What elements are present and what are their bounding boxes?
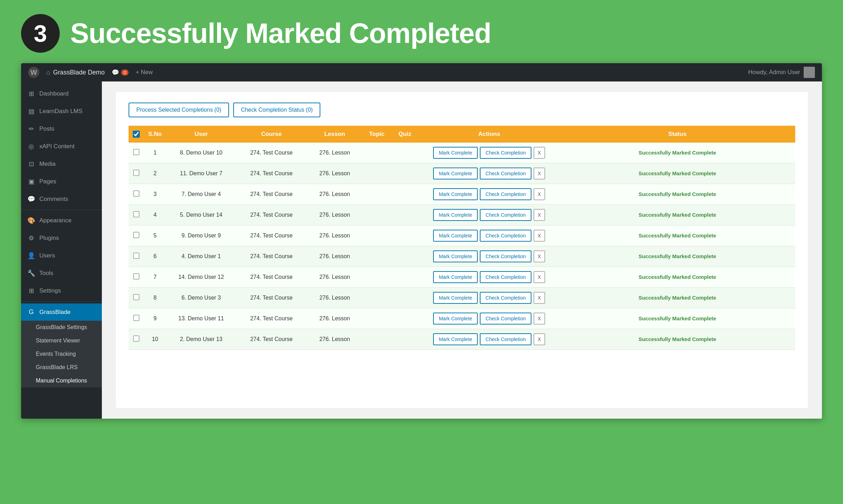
admin-avatar: [804, 67, 815, 78]
remove-button-4[interactable]: X: [534, 209, 545, 221]
submenu-manual-completions[interactable]: Manual Completions: [21, 374, 102, 387]
row-lesson-2: 276. Lesson: [307, 163, 363, 184]
sidebar-item-plugins[interactable]: ⚙ Plugins: [21, 229, 102, 247]
row-sno-6: 6: [144, 246, 166, 267]
remove-button-7[interactable]: X: [534, 271, 545, 283]
sidebar-item-grassblade[interactable]: G GrassBlade: [21, 303, 102, 321]
sidebar-item-comments[interactable]: 💬 Comments: [21, 190, 102, 208]
row-checkbox-cell: [129, 225, 144, 246]
sidebar-item-tools[interactable]: 🔧 Tools: [21, 264, 102, 282]
remove-button-6[interactable]: X: [534, 250, 545, 262]
remove-button-1[interactable]: X: [534, 147, 545, 159]
action-buttons-row: Process Selected Completions (0) Check C…: [129, 103, 795, 117]
remove-button-5[interactable]: X: [534, 230, 545, 242]
mark-complete-button-5[interactable]: Mark Complete: [433, 230, 478, 242]
process-completions-button[interactable]: Process Selected Completions (0): [129, 103, 229, 117]
row-status-3: Successfully Marked Complete: [560, 184, 795, 205]
row-quiz-1: [391, 143, 419, 163]
sidebar-item-appearance[interactable]: 🎨 Appearance: [21, 212, 102, 229]
table-row: 7 14. Demo User 12 274. Test Course 276.…: [129, 267, 795, 288]
row-topic-9: [363, 308, 391, 329]
check-completion-button-5[interactable]: Check Completion: [480, 230, 531, 242]
remove-button-2[interactable]: X: [534, 168, 545, 179]
remove-button-9[interactable]: X: [534, 313, 545, 325]
sidebar-item-dashboard[interactable]: ⊞ Dashboard: [21, 85, 102, 103]
check-completion-button-2[interactable]: Check Completion: [480, 168, 531, 179]
mark-complete-button-2[interactable]: Mark Complete: [433, 168, 478, 179]
mark-complete-button-1[interactable]: Mark Complete: [433, 147, 478, 159]
row-checkbox-10[interactable]: [133, 335, 139, 342]
row-lesson-5: 276. Lesson: [307, 225, 363, 246]
sidebar-item-learndash[interactable]: ▤ LearnDash LMS: [21, 103, 102, 120]
mark-complete-button-9[interactable]: Mark Complete: [433, 313, 478, 325]
sidebar-item-xapi[interactable]: ◎ xAPI Content: [21, 138, 102, 155]
row-actions-1: Mark Complete Check Completion X: [419, 143, 560, 163]
row-lesson-4: 276. Lesson: [307, 205, 363, 225]
remove-button-10[interactable]: X: [534, 333, 545, 345]
row-checkbox-cell: [129, 308, 144, 329]
check-completion-button-1[interactable]: Check Completion: [480, 147, 531, 159]
remove-button-8[interactable]: X: [534, 292, 545, 304]
row-checkbox-1[interactable]: [133, 149, 139, 155]
sidebar-item-media[interactable]: ⊡ Media: [21, 155, 102, 173]
row-lesson-9: 276. Lesson: [307, 308, 363, 329]
table-row: 8 6. Demo User 3 274. Test Course 276. L…: [129, 288, 795, 308]
row-status-8: Successfully Marked Complete: [560, 288, 795, 308]
row-user-2: 11. Demo User 7: [166, 163, 236, 184]
mark-complete-button-4[interactable]: Mark Complete: [433, 209, 478, 221]
wp-logo[interactable]: W: [28, 67, 39, 78]
row-sno-7: 7: [144, 267, 166, 288]
mark-complete-button-3[interactable]: Mark Complete: [433, 188, 478, 200]
select-all-checkbox[interactable]: [133, 131, 140, 138]
submenu-grassblade-settings[interactable]: GrassBlade Settings: [21, 321, 102, 334]
row-checkbox-4[interactable]: [133, 211, 139, 217]
row-status-10: Successfully Marked Complete: [560, 329, 795, 350]
submenu-statement-viewer[interactable]: Statement Viewer: [21, 334, 102, 347]
row-user-9: 13. Demo User 11: [166, 308, 236, 329]
mark-complete-button-6[interactable]: Mark Complete: [433, 250, 478, 262]
table-header-status: Status: [560, 126, 795, 143]
remove-button-3[interactable]: X: [534, 188, 545, 200]
check-completion-status-button[interactable]: Check Completion Status (0): [233, 103, 321, 117]
row-quiz-3: [391, 184, 419, 205]
table-header-user: User: [166, 126, 236, 143]
check-completion-button-4[interactable]: Check Completion: [480, 209, 531, 221]
check-completion-button-9[interactable]: Check Completion: [480, 313, 531, 325]
mark-complete-button-7[interactable]: Mark Complete: [433, 271, 478, 283]
status-badge-4: Successfully Marked Complete: [639, 212, 716, 218]
submenu-grassblade-lrs[interactable]: GrassBlade LRS: [21, 361, 102, 374]
row-status-5: Successfully Marked Complete: [560, 225, 795, 246]
posts-icon: ✏: [27, 125, 35, 133]
row-checkbox-9[interactable]: [133, 315, 139, 321]
table-header-quiz: Quiz: [391, 126, 419, 143]
sidebar-item-settings[interactable]: ⊞ Settings: [21, 282, 102, 300]
check-completion-button-8[interactable]: Check Completion: [480, 292, 531, 304]
check-completion-button-7[interactable]: Check Completion: [480, 271, 531, 283]
row-checkbox-3[interactable]: [133, 190, 139, 197]
row-sno-3: 3: [144, 184, 166, 205]
check-completion-button-6[interactable]: Check Completion: [480, 250, 531, 262]
new-button[interactable]: + New: [136, 69, 153, 76]
row-actions-2: Mark Complete Check Completion X: [419, 163, 560, 184]
submenu-events-tracking[interactable]: Events Tracking: [21, 347, 102, 361]
comments-count[interactable]: 💬 0: [112, 69, 129, 76]
table-row: 4 5. Demo User 14 274. Test Course 276. …: [129, 205, 795, 225]
sidebar-item-users[interactable]: 👤 Users: [21, 247, 102, 264]
row-checkbox-2[interactable]: [133, 170, 139, 176]
mark-complete-button-8[interactable]: Mark Complete: [433, 292, 478, 304]
row-checkbox-7[interactable]: [133, 273, 139, 280]
row-checkbox-5[interactable]: [133, 232, 139, 238]
check-completion-button-10[interactable]: Check Completion: [480, 333, 531, 345]
sidebar-label-posts: Posts: [39, 125, 54, 132]
row-course-10: 274. Test Course: [236, 329, 307, 350]
row-checkbox-8[interactable]: [133, 294, 139, 300]
comment-bubble: 0: [121, 70, 129, 76]
row-checkbox-6[interactable]: [133, 253, 139, 259]
admin-bar-site[interactable]: ⌂ GrassBlade Demo: [46, 69, 105, 76]
sidebar-item-posts[interactable]: ✏ Posts: [21, 120, 102, 138]
check-completion-button-3[interactable]: Check Completion: [480, 188, 531, 200]
mark-complete-button-10[interactable]: Mark Complete: [433, 333, 478, 345]
sidebar-item-pages[interactable]: ▣ Pages: [21, 173, 102, 190]
row-course-3: 274. Test Course: [236, 184, 307, 205]
row-checkbox-cell: [129, 184, 144, 205]
